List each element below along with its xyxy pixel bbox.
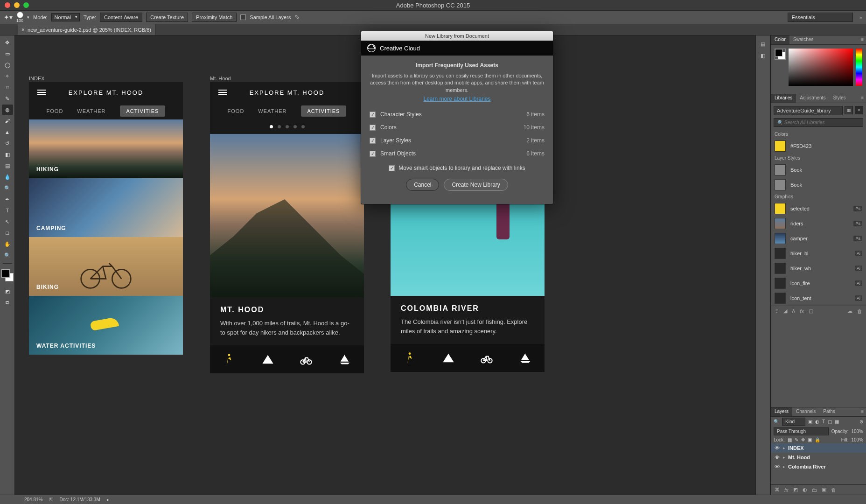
history-brush-tool-icon[interactable]: ↺ — [2, 138, 13, 148]
clone-stamp-tool-icon[interactable]: ▲ — [2, 127, 13, 137]
library-select[interactable]: AdventureGuide_library — [774, 106, 843, 115]
type-tool-icon[interactable]: T — [2, 205, 13, 216]
filter-type-icon[interactable]: T — [822, 419, 825, 424]
expand-icon[interactable]: ▸ — [783, 455, 785, 460]
tile-water[interactable]: WATER ACTIVITIES — [29, 296, 183, 355]
mode-select[interactable]: Normal — [51, 13, 80, 21]
hiker-icon[interactable] — [223, 353, 236, 366]
upload-icon[interactable]: ⇪ — [775, 308, 779, 314]
blend-mode-select[interactable]: Pass Through — [774, 427, 829, 435]
cancel-button[interactable]: Cancel — [406, 179, 439, 191]
blur-tool-icon[interactable]: 💧 — [2, 172, 13, 182]
asset-checkbox[interactable]: ✓ — [370, 125, 376, 131]
visibility-icon[interactable]: 👁 — [774, 445, 780, 451]
content-aware-button[interactable]: Content-Aware — [100, 13, 142, 22]
tab-food[interactable]: FOOD — [47, 108, 63, 114]
library-layerstyle-item[interactable]: Book — [771, 177, 866, 192]
library-graphic-item[interactable]: selectedPs — [771, 201, 866, 216]
sample-all-layers-checkbox[interactable] — [240, 14, 246, 20]
foreground-background-swatch[interactable] — [1, 269, 14, 281]
tab-activities[interactable]: ACTIVITIES — [301, 105, 347, 117]
dodge-tool-icon[interactable]: 🔍 — [2, 183, 13, 193]
library-graphic-item[interactable]: hiker_whAi — [771, 261, 866, 276]
bike-icon[interactable] — [480, 351, 493, 364]
workspace-switcher[interactable]: Essentials — [788, 13, 853, 22]
tile-hiking[interactable]: HIKING — [29, 119, 183, 178]
tab-paths[interactable]: Paths — [819, 407, 839, 416]
filter-smart-icon[interactable]: ▦ — [835, 419, 839, 424]
artboard-label-index[interactable]: INDEX — [29, 76, 45, 81]
tab-color[interactable]: Color — [771, 35, 789, 44]
carousel-dots[interactable] — [210, 119, 364, 134]
sync-icon[interactable]: ☁ — [847, 308, 852, 314]
filter-kind-select[interactable]: Kind — [782, 418, 805, 426]
bike-icon[interactable] — [300, 353, 313, 366]
learn-more-link[interactable]: Learn more about Libraries — [370, 96, 545, 102]
library-graphic-item[interactable]: camperPs — [771, 231, 866, 246]
library-graphic-item[interactable]: ridersPs — [771, 216, 866, 231]
lock-position-icon[interactable]: ✥ — [801, 437, 805, 442]
maximize-window-icon[interactable] — [23, 2, 29, 8]
opacity-value[interactable]: 100% — [851, 429, 863, 434]
trash-icon[interactable]: 🗑 — [857, 308, 862, 314]
delete-layer-icon[interactable]: 🗑 — [831, 487, 836, 493]
add-color-icon[interactable]: ◢ — [783, 308, 787, 314]
eyedropper-tool-icon[interactable]: ✎ — [2, 93, 13, 104]
tab-food[interactable]: FOOD — [228, 108, 244, 114]
adjustment-layer-icon[interactable]: ◐ — [803, 487, 807, 493]
sailboat-icon[interactable] — [519, 351, 532, 364]
close-window-icon[interactable] — [5, 2, 10, 8]
lock-transparent-icon[interactable]: ▦ — [788, 437, 792, 442]
add-graphic-icon[interactable]: ▢ — [809, 308, 813, 314]
tab-layers[interactable]: Layers — [771, 407, 792, 416]
new-layer-icon[interactable]: ▣ — [822, 487, 826, 493]
group-icon[interactable]: 🗀 — [812, 487, 817, 493]
add-char-style-icon[interactable]: A — [792, 308, 795, 314]
visibility-icon[interactable]: 👁 — [774, 464, 780, 469]
brush-dropdown-icon[interactable]: ▾ — [27, 15, 29, 20]
tab-swatches[interactable]: Swatches — [789, 35, 817, 44]
dialog-titlebar[interactable]: New Library from Document — [361, 31, 553, 41]
document-tab[interactable]: × new_adventure-guide-2.psd @ 205% (INDE… — [18, 24, 155, 35]
brush-preview-icon[interactable] — [17, 12, 23, 18]
tile-biking[interactable]: BIKING — [29, 237, 183, 296]
expand-icon[interactable]: ▸ — [783, 446, 785, 450]
properties-panel-icon[interactable]: ◧ — [761, 53, 765, 59]
tool-preset-icon[interactable]: ✦▾ — [4, 14, 13, 21]
layer-row[interactable]: 👁▸INDEX — [771, 443, 866, 453]
export-icon[interactable]: ⇱ — [49, 497, 53, 502]
pressure-icon[interactable]: ✎ — [294, 14, 300, 21]
link-layers-icon[interactable]: ⌘ — [775, 487, 780, 493]
tab-channels[interactable]: Channels — [792, 407, 819, 416]
eraser-tool-icon[interactable]: ◧ — [2, 149, 13, 160]
filter-image-icon[interactable]: ▣ — [808, 419, 812, 424]
status-menu-icon[interactable]: ▸ — [107, 497, 109, 502]
color-field[interactable] — [789, 49, 853, 86]
library-layerstyle-item[interactable]: Book — [771, 162, 866, 177]
hamburger-icon[interactable] — [37, 90, 46, 95]
tab-activities[interactable]: ACTIVITIES — [120, 105, 166, 117]
view-grid-icon[interactable]: ▦ — [845, 106, 853, 114]
hiker-icon[interactable] — [403, 351, 416, 364]
filter-adjust-icon[interactable]: ◐ — [815, 419, 819, 424]
magic-wand-tool-icon[interactable]: ✧ — [2, 71, 13, 81]
crop-tool-icon[interactable]: ⌗ — [2, 82, 13, 92]
layer-fx-icon[interactable]: fx — [784, 487, 789, 493]
add-fx-icon[interactable]: fx — [800, 308, 804, 314]
history-panel-icon[interactable]: ▤ — [761, 41, 765, 47]
filter-toggle-icon[interactable]: ⊘ — [859, 419, 863, 424]
fill-value[interactable]: 100% — [851, 437, 863, 442]
tab-styles[interactable]: Styles — [829, 94, 849, 103]
move-tool-icon[interactable]: ✥ — [2, 37, 13, 48]
tent-icon[interactable] — [442, 351, 455, 364]
filter-icon[interactable]: 🔍 — [774, 419, 779, 424]
filter-shape-icon[interactable]: ▢ — [828, 419, 832, 424]
asset-checkbox[interactable]: ✓ — [370, 138, 376, 144]
panel-menu-icon[interactable]: ≡ — [859, 94, 866, 103]
path-selection-tool-icon[interactable]: ↖ — [2, 217, 13, 227]
library-search-input[interactable]: 🔍Search All Libraries — [774, 118, 863, 127]
quickmask-icon[interactable]: ◩ — [2, 286, 13, 296]
screenmode-icon[interactable]: ⧉ — [2, 297, 13, 308]
asset-checkbox[interactable]: ✓ — [370, 112, 376, 118]
brush-tool-icon[interactable]: 🖌 — [2, 116, 13, 126]
